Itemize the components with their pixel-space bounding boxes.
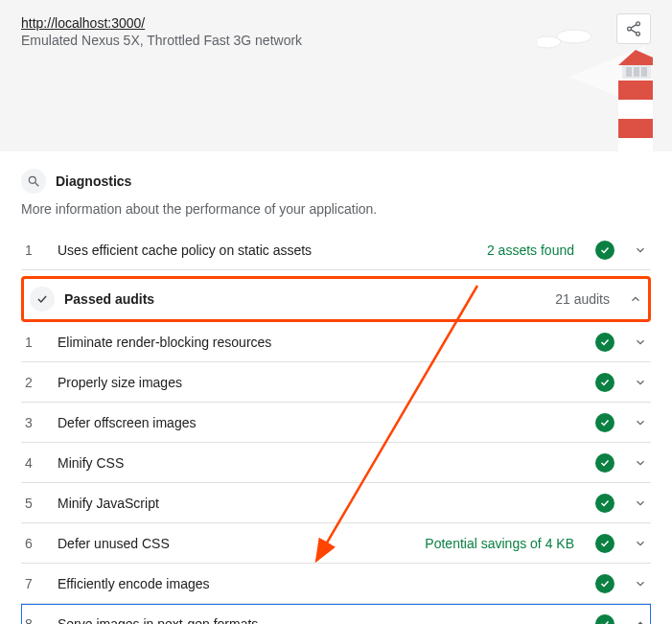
chevron-down-icon bbox=[634, 243, 647, 257]
item-label: Serve images in next-gen formats bbox=[58, 616, 582, 625]
item-detail: Potential savings of 4 KB bbox=[425, 536, 574, 551]
svg-marker-13 bbox=[618, 79, 653, 151]
item-label: Defer unused CSS bbox=[58, 536, 411, 551]
share-button[interactable] bbox=[616, 13, 651, 44]
passed-audits-list: 1Eliminate render-blocking resources2Pro… bbox=[21, 322, 651, 624]
item-number: 4 bbox=[25, 455, 44, 471]
chevron-down-icon bbox=[634, 376, 647, 389]
svg-line-3 bbox=[631, 25, 637, 28]
pass-badge-icon bbox=[595, 574, 614, 593]
pass-badge-icon bbox=[595, 333, 614, 352]
svg-point-1 bbox=[628, 27, 632, 31]
item-number: 7 bbox=[25, 576, 44, 591]
svg-rect-15 bbox=[618, 119, 653, 138]
item-detail: 2 assets found bbox=[487, 243, 574, 258]
svg-line-4 bbox=[631, 30, 637, 33]
pass-badge-icon bbox=[595, 373, 614, 392]
chevron-down-icon bbox=[634, 577, 647, 590]
svg-rect-9 bbox=[626, 67, 632, 77]
item-number: 3 bbox=[25, 415, 44, 430]
passed-audit-item[interactable]: 4Minify CSS bbox=[21, 443, 651, 483]
svg-marker-12 bbox=[618, 50, 653, 65]
diagnostics-icon-wrapper bbox=[21, 169, 46, 194]
svg-rect-14 bbox=[618, 81, 653, 100]
item-label: Defer offscreen images bbox=[58, 415, 582, 430]
chevron-down-icon bbox=[634, 335, 647, 349]
chevron-down-icon bbox=[634, 537, 647, 550]
item-number: 1 bbox=[25, 243, 44, 258]
svg-rect-11 bbox=[641, 67, 647, 77]
pass-badge-icon bbox=[595, 614, 614, 625]
item-number: 8 bbox=[25, 616, 44, 625]
diagnostics-title: Diagnostics bbox=[56, 173, 131, 189]
magnifier-icon bbox=[27, 174, 40, 188]
share-icon bbox=[625, 20, 642, 37]
pass-badge-icon bbox=[595, 453, 614, 473]
svg-marker-7 bbox=[568, 46, 645, 107]
item-label: Minify JavaScript bbox=[58, 496, 582, 511]
passed-audits-count: 21 audits bbox=[555, 291, 610, 307]
svg-rect-8 bbox=[622, 65, 651, 79]
svg-point-16 bbox=[29, 176, 35, 183]
emulation-info: Emulated Nexus 5X, Throttled Fast 3G net… bbox=[21, 33, 651, 48]
pass-badge-icon bbox=[595, 413, 614, 432]
report-content: Diagnostics More information about the p… bbox=[0, 151, 672, 624]
item-number: 1 bbox=[25, 335, 44, 350]
passed-icon-wrapper bbox=[30, 287, 55, 312]
svg-rect-10 bbox=[634, 67, 639, 77]
pass-badge-icon bbox=[595, 241, 614, 260]
passed-audit-item[interactable]: 3Defer offscreen images bbox=[21, 403, 651, 443]
svg-point-0 bbox=[637, 22, 640, 26]
svg-point-2 bbox=[637, 32, 640, 35]
item-number: 6 bbox=[25, 536, 44, 551]
passed-audits-header[interactable]: Passed audits 21 audits bbox=[21, 276, 651, 322]
svg-line-17 bbox=[35, 183, 39, 187]
passed-audit-item[interactable]: 5Minify JavaScript bbox=[21, 483, 651, 523]
report-url[interactable]: http://localhost:3000/ bbox=[21, 15, 651, 31]
passed-audit-item[interactable]: 1Eliminate render-blocking resources bbox=[21, 322, 651, 362]
passed-audit-item[interactable]: 7Efficiently encode images bbox=[21, 564, 651, 604]
passed-audits-title: Passed audits bbox=[64, 291, 545, 307]
diagnostics-header: Diagnostics bbox=[21, 169, 651, 194]
item-number: 5 bbox=[25, 496, 44, 511]
item-number: 2 bbox=[25, 375, 44, 390]
item-label: Properly size images bbox=[58, 375, 582, 390]
item-label: Eliminate render-blocking resources bbox=[58, 335, 582, 350]
diagnostics-item[interactable]: 1 Uses efficient cache policy on static … bbox=[21, 230, 651, 270]
chevron-up-icon bbox=[629, 292, 642, 306]
passed-audit-item[interactable]: 8Serve images in next-gen formats bbox=[21, 604, 651, 624]
chevron-down-icon bbox=[634, 497, 647, 510]
chevron-down-icon bbox=[634, 416, 647, 429]
item-label: Efficiently encode images bbox=[58, 576, 582, 591]
diagnostics-description: More information about the performance o… bbox=[21, 201, 651, 217]
item-label: Minify CSS bbox=[58, 455, 582, 471]
passed-audit-item[interactable]: 2Properly size images bbox=[21, 362, 651, 403]
pass-badge-icon bbox=[595, 494, 614, 513]
chevron-up-icon bbox=[634, 617, 647, 625]
passed-audit-item[interactable]: 6Defer unused CSSPotential savings of 4 … bbox=[21, 523, 651, 564]
report-header: http://localhost:3000/ Emulated Nexus 5X… bbox=[0, 0, 672, 151]
item-label: Uses efficient cache policy on static as… bbox=[58, 243, 474, 258]
check-icon bbox=[35, 292, 49, 306]
chevron-down-icon bbox=[634, 456, 647, 470]
pass-badge-icon bbox=[595, 534, 614, 553]
